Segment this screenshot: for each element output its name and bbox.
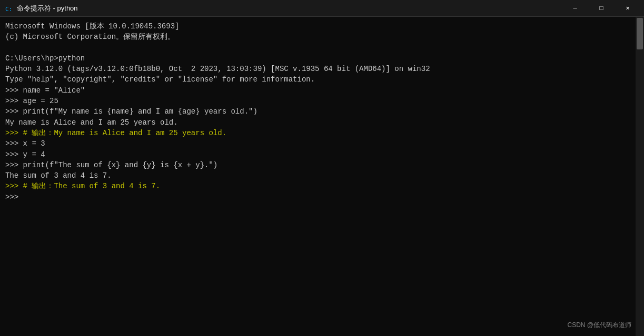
- terminal-area[interactable]: Microsoft Windows [版本 10.0.19045.3693] (…: [0, 17, 644, 336]
- cmd-icon: C:: [4, 4, 13, 13]
- window-controls: ─ □ ✕: [563, 0, 640, 17]
- svg-text:C:: C:: [5, 6, 12, 13]
- window-title: 命令提示符 - python: [17, 4, 78, 13]
- watermark: CSDN @低代码布道师: [567, 321, 631, 330]
- maximize-button[interactable]: □: [589, 0, 613, 17]
- title-bar: C: 命令提示符 - python ─ □ ✕: [0, 0, 644, 17]
- terminal-output: Microsoft Windows [版本 10.0.19045.3693] (…: [5, 21, 639, 202]
- scrollbar[interactable]: [636, 17, 644, 336]
- title-bar-left: C: 命令提示符 - python: [4, 4, 78, 13]
- minimize-button[interactable]: ─: [563, 0, 587, 17]
- scrollbar-thumb[interactable]: [637, 18, 643, 49]
- close-button[interactable]: ✕: [616, 0, 640, 17]
